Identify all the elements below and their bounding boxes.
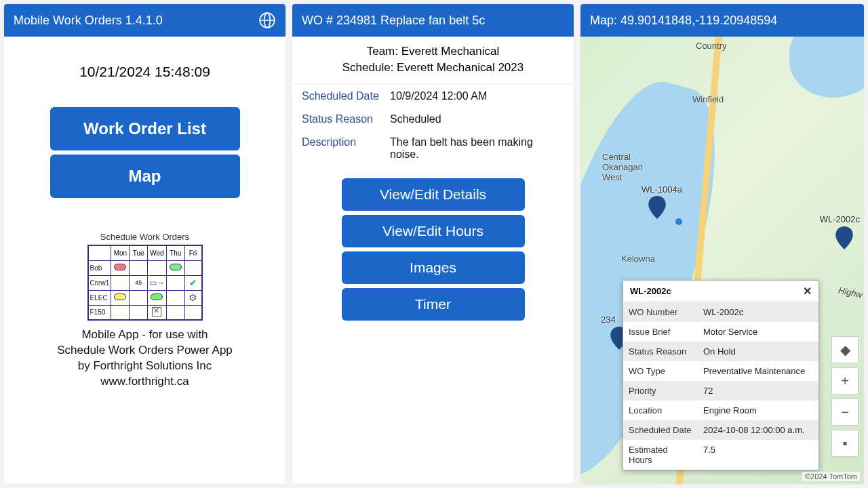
- row-label: ELEC: [88, 290, 111, 305]
- current-location-dot: [675, 218, 682, 225]
- map-title: Map: 49.90141848,-119.20948594: [590, 14, 854, 28]
- map-label-kelowna: Kelowna: [621, 253, 655, 264]
- app-footer: Mobile App - for use with Schedule Work …: [9, 327, 280, 390]
- schedule-illustration: Schedule Work Orders Mon Tue Wed Thu Fri…: [87, 232, 203, 321]
- popup-close-icon[interactable]: ✕: [803, 285, 812, 298]
- map-pin-wl1004a[interactable]: [648, 196, 666, 219]
- work-order-actions: View/Edit Details View/Edit Hours Images…: [292, 178, 574, 321]
- pin-label-wl2002c: WL-2002c: [820, 214, 860, 224]
- day-header: Wed: [147, 245, 166, 260]
- map-attribution: ©2024 TomTom: [802, 472, 860, 481]
- row-label: F150: [88, 305, 111, 320]
- map-label-winfield: Winfield: [692, 94, 724, 104]
- map-zoom-out-button[interactable]: −: [831, 399, 859, 426]
- work-order-header: WO # 234981 Replace fan belt 5c: [292, 4, 574, 37]
- schedule-line: Schedule: Everett Mechanical 2023: [292, 61, 574, 75]
- work-order-body: Team: Everett Mechanical Schedule: Evere…: [292, 37, 574, 484]
- map-compass-button[interactable]: ◆: [831, 336, 859, 363]
- timer-button[interactable]: Timer: [342, 288, 525, 321]
- map-zoom-in-button[interactable]: +: [831, 367, 859, 394]
- field-status-reason: Status Reason Scheduled: [292, 108, 574, 131]
- map-controls: ◆ + − ▪: [831, 336, 859, 457]
- team-line: Team: Everett Mechanical: [292, 45, 574, 58]
- map-panel: Map: 49.90141848,-119.20948594 Country W…: [580, 4, 864, 484]
- field-scheduled-date: Scheduled Date 10/9/2024 12:00 AM: [292, 85, 574, 108]
- day-header: Thu: [166, 245, 184, 260]
- images-button[interactable]: Images: [342, 251, 525, 284]
- work-order-list-button[interactable]: Work Order List: [50, 107, 240, 150]
- map-water: [789, 37, 864, 98]
- current-timestamp: 10/21/2024 15:48:09: [9, 64, 280, 80]
- map-button[interactable]: Map: [50, 155, 240, 198]
- home-panel: Mobile Work Orders 1.4.1.0 10/21/2024 15…: [4, 4, 285, 484]
- map-header: Map: 49.90141848,-119.20948594: [580, 4, 864, 37]
- map-pitch-button[interactable]: ▪: [831, 430, 859, 457]
- work-order-summary: Team: Everett Mechanical Schedule: Evere…: [292, 37, 574, 85]
- popup-title: WL-2002c: [630, 286, 671, 296]
- day-header: Tue: [130, 245, 147, 260]
- map-label-central-okanagan: Central Okanagan West: [602, 152, 643, 182]
- row-label: Crew1: [88, 275, 111, 290]
- view-edit-hours-button[interactable]: View/Edit Hours: [342, 215, 525, 247]
- app-title: Mobile Work Orders 1.4.1.0: [14, 14, 258, 28]
- day-header: Mon: [111, 245, 130, 260]
- map-canvas[interactable]: Country Winfield Central Okanagan West K…: [580, 37, 864, 484]
- map-popup: WL-2002c ✕ WO NumberWL-2002c Issue Brief…: [623, 280, 819, 470]
- pin-label-234: 234: [601, 314, 616, 325]
- work-order-title: WO # 234981 Replace fan belt 5c: [302, 14, 564, 28]
- globe-icon[interactable]: [258, 12, 276, 29]
- row-label: Bob: [88, 260, 111, 275]
- map-label-highway: Highw: [837, 285, 863, 300]
- home-body: 10/21/2024 15:48:09 Work Order List Map …: [4, 37, 285, 484]
- map-label-country: Country: [696, 41, 727, 51]
- popup-body[interactable]: WO NumberWL-2002c Issue BriefMotor Servi…: [623, 302, 818, 470]
- schedule-grid: Mon Tue Wed Thu Fri Bob Crew1 45 ▭→✔ ELE…: [87, 245, 203, 321]
- pin-label-wl1004a: WL-1004a: [642, 184, 682, 195]
- view-edit-details-button[interactable]: View/Edit Details: [342, 178, 525, 211]
- day-header: Fri: [184, 245, 202, 260]
- field-description: Description The fan belt has been making…: [292, 131, 574, 166]
- map-pin-wl2002c[interactable]: [835, 226, 853, 249]
- home-header: Mobile Work Orders 1.4.1.0: [4, 4, 285, 37]
- schedule-caption: Schedule Work Orders: [87, 232, 203, 242]
- work-order-panel: WO # 234981 Replace fan belt 5c Team: Ev…: [292, 4, 574, 484]
